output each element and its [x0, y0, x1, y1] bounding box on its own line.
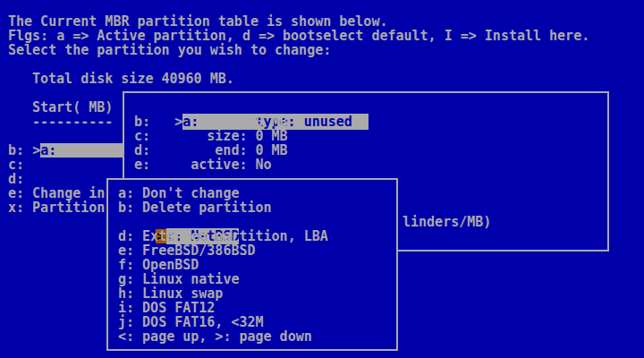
obscured-units-text: linders/MB): [402, 215, 491, 229]
partition-row-d[interactable]: d:: [8, 172, 24, 186]
intro-line-3-prompt: Select the partition you wish to change:: [8, 43, 331, 57]
type-item-linux-native[interactable]: g: Linux native: [118, 272, 239, 286]
detail-row-size[interactable]: c: size: 0 MB: [126, 129, 288, 143]
type-menu-paging-hint[interactable]: <: page up, >: page down: [118, 329, 312, 344]
menu-item-change-units-truncated[interactable]: e: Change in: [8, 186, 105, 200]
type-item-openbsd[interactable]: f: OpenBSD: [118, 258, 199, 272]
detail-row-active[interactable]: e: active: No: [126, 158, 272, 172]
partition-type-menu: a: Don't change b: Delete partition >c: …: [106, 178, 398, 351]
column-header-underline: ----------: [32, 115, 113, 129]
partition-row-c[interactable]: c:: [8, 158, 24, 172]
detail-row-start[interactable]: b: start: 0 MB: [126, 115, 288, 129]
partition-row-b[interactable]: b:: [8, 143, 24, 158]
intro-line-2-flags-legend: Flgs: a => Active partition, d => bootse…: [8, 29, 589, 43]
type-item-dos-fat12[interactable]: i: DOS FAT12: [118, 301, 215, 315]
type-item-dont-change[interactable]: a: Don't change: [118, 186, 239, 200]
selection-cursor: >: [32, 142, 40, 158]
column-header-start-mb: Start( MB): [32, 100, 113, 115]
type-item-delete-partition[interactable]: b: Delete partition: [118, 200, 272, 215]
intro-line-1: The Current MBR partition table is shown…: [8, 14, 387, 29]
type-item-extended-lba[interactable]: d: Extended partition, LBA: [118, 229, 328, 243]
menu-item-partition-ok-truncated[interactable]: x: Partition: [8, 200, 105, 215]
type-item-dos-fat16[interactable]: j: DOS FAT16, <32M: [118, 315, 264, 329]
type-item-freebsd[interactable]: e: FreeBSD/386BSD: [118, 243, 256, 258]
total-disk-size: Total disk size 40960 MB.: [32, 72, 234, 86]
type-item-linux-swap[interactable]: h: Linux swap: [118, 286, 223, 301]
detail-row-end[interactable]: d: end: 0 MB: [126, 143, 288, 158]
sysinst-mbr-edit-screen: The Current MBR partition table is shown…: [0, 0, 644, 358]
